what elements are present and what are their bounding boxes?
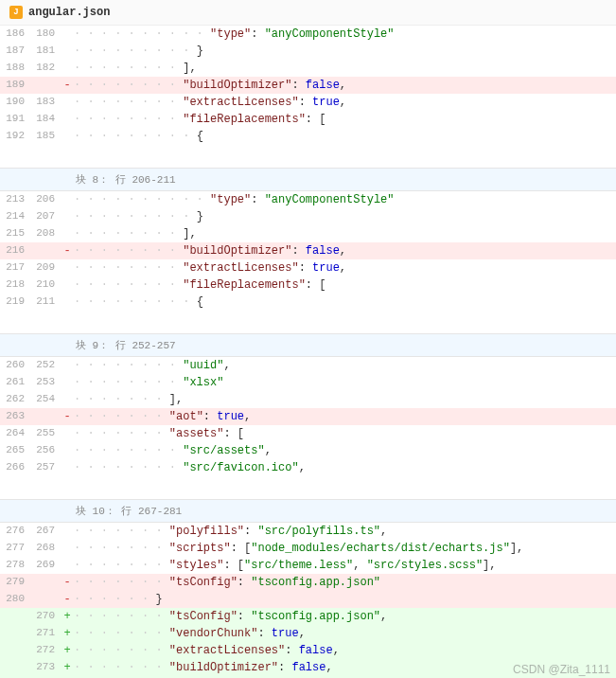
diff-sign: + [61, 659, 74, 676]
line-number-new: 181 [30, 43, 61, 60]
diff-sign [61, 259, 74, 277]
diff-line[interactable]: 261253 · · · · · · · · "xlsx" [0, 374, 616, 391]
diff-line[interactable]: 189-· · · · · · · · "buildOptimizer": fa… [0, 77, 616, 94]
diff-sign: + [61, 608, 74, 625]
diff-line[interactable]: 218210 · · · · · · · · "fileReplacements… [0, 277, 616, 294]
code-content: · · · · · · · · "uuid", [74, 357, 616, 374]
diff-line[interactable]: 279-· · · · · · · "tsConfig": "tsconfig.… [0, 574, 616, 591]
diff-line[interactable]: 215208 · · · · · · · · ], [0, 225, 616, 242]
diff-line[interactable]: 262254 · · · · · · · ], [0, 391, 616, 408]
diff-sign [61, 391, 74, 408]
line-number-old: 216 [0, 242, 30, 259]
diff-line[interactable]: 277268 · · · · · · · "scripts": ["node_m… [0, 540, 616, 557]
line-number-old: 187 [0, 43, 30, 60]
diff-line[interactable]: 190183 · · · · · · · · "extractLicenses"… [0, 94, 616, 111]
line-number-old: 265 [0, 442, 30, 459]
diff-sign [61, 26, 74, 43]
code-content: · · · · · · · · · } [74, 208, 616, 225]
diff-line[interactable]: 272+· · · · · · · "extractLicenses": fal… [0, 642, 616, 659]
line-number-new [30, 77, 61, 94]
code-content: · · · · · · · · "src/favicon.ico", [74, 459, 616, 476]
diff-sign [61, 523, 74, 540]
diff-sign [61, 442, 74, 459]
code-content: · · · · · · · · · } [74, 43, 616, 60]
code-content: · · · · · · · · "extractLicenses": true, [74, 94, 616, 111]
line-number-old: 219 [0, 294, 30, 311]
code-content: · · · · · · · "polyfills": "src/polyfill… [74, 523, 616, 540]
line-number-old [0, 608, 30, 625]
code-content: · · · · · · · · · { [74, 294, 616, 311]
code-content: · · · · · · · · "src/assets", [74, 442, 616, 459]
line-number-old: 218 [0, 277, 30, 294]
diff-sign [61, 94, 74, 111]
diff-line[interactable]: 264255 · · · · · · · "assets": [ [0, 425, 616, 442]
diff-sign: + [61, 642, 74, 659]
code-content: · · · · · · · ], [74, 391, 616, 408]
code-content: · · · · · · · "aot": true, [74, 408, 616, 425]
diff-line[interactable]: 260252 · · · · · · · · "uuid", [0, 357, 616, 374]
diff-sign: - [61, 591, 74, 608]
diff-sign [61, 191, 74, 208]
hunk-header: 块 8： 行 206-211 [0, 168, 616, 191]
line-number-old: 260 [0, 357, 30, 374]
diff-line[interactable]: 270+· · · · · · · "tsConfig": "tsconfig.… [0, 608, 616, 625]
diff-line[interactable]: 276267 · · · · · · · "polyfills": "src/p… [0, 523, 616, 540]
diff-line[interactable]: 216-· · · · · · · · "buildOptimizer": fa… [0, 242, 616, 259]
diff-sign: - [61, 242, 74, 259]
code-content: · · · · · · · "tsConfig": "tsconfig.app.… [74, 608, 616, 625]
code-content: · · · · · · · "assets": [ [74, 425, 616, 442]
line-number-new: 257 [30, 459, 61, 476]
diff-sign [61, 208, 74, 225]
line-number-old: 276 [0, 523, 30, 540]
diff-line[interactable]: 188182 · · · · · · · · ], [0, 60, 616, 77]
diff-line[interactable]: 265256 · · · · · · · · "src/assets", [0, 442, 616, 459]
diff-line[interactable]: 213206 · · · · · · · · · · "type": "anyC… [0, 191, 616, 208]
diff-line[interactable]: 191184 · · · · · · · · "fileReplacements… [0, 111, 616, 128]
diff-line[interactable]: 186180 · · · · · · · · · · "type": "anyC… [0, 26, 616, 43]
code-content: · · · · · · · · · · "type": "anyComponen… [74, 26, 616, 43]
diff-line[interactable]: 266257 · · · · · · · · "src/favicon.ico"… [0, 459, 616, 476]
diff-line[interactable]: 214207 · · · · · · · · · } [0, 208, 616, 225]
line-number-old: 278 [0, 557, 30, 574]
file-name[interactable]: angular.json [28, 6, 110, 19]
diff-line[interactable]: 217209 · · · · · · · · "extractLicenses"… [0, 259, 616, 277]
line-number-new: 268 [30, 540, 61, 557]
line-number-old: 186 [0, 26, 30, 43]
code-content: · · · · · · · "scripts": ["node_modules/… [74, 540, 616, 557]
diff-line[interactable]: 187181 · · · · · · · · · } [0, 43, 616, 60]
code-content: · · · · · · · "buildOptimizer": false, [74, 659, 616, 676]
line-number-new [30, 591, 61, 608]
diff-line[interactable]: 273+· · · · · · · "buildOptimizer": fals… [0, 659, 616, 676]
line-number-old: 266 [0, 459, 30, 476]
hunk-header: 块 10： 行 267-281 [0, 499, 616, 523]
file-header: J angular.json [0, 0, 616, 26]
line-number-new: 180 [30, 26, 61, 43]
line-number-new: 211 [30, 294, 61, 311]
diff-line[interactable]: 219211 · · · · · · · · · { [0, 294, 616, 311]
diff-line[interactable]: 271+· · · · · · · "vendorChunk": true, [0, 625, 616, 642]
diff-line[interactable]: 278269 · · · · · · · "styles": ["src/the… [0, 557, 616, 574]
diff-sign [61, 128, 74, 145]
line-number-new [30, 408, 61, 425]
line-number-old: 264 [0, 425, 30, 442]
line-number-old: 189 [0, 77, 30, 94]
code-content: · · · · · · · · "xlsx" [74, 374, 616, 391]
code-content: · · · · · · · · "buildOptimizer": false, [74, 77, 616, 94]
line-number-new: 253 [30, 374, 61, 391]
diff-line[interactable]: 263-· · · · · · · "aot": true, [0, 408, 616, 425]
code-content: · · · · · · · · · { [74, 128, 616, 145]
diff-line[interactable]: 280-· · · · · · } [0, 591, 616, 608]
line-number-old: 217 [0, 259, 30, 277]
line-number-old: 191 [0, 111, 30, 128]
line-number-old [0, 625, 30, 642]
line-number-old [0, 659, 30, 676]
line-number-new: 184 [30, 111, 61, 128]
diff-sign [61, 374, 74, 391]
line-number-old: 215 [0, 225, 30, 242]
diff-sign [61, 277, 74, 294]
line-number-new: 267 [30, 523, 61, 540]
hunk-header: 块 9： 行 252-257 [0, 333, 616, 357]
diff-line[interactable]: 192185 · · · · · · · · · { [0, 128, 616, 145]
line-number-new: 208 [30, 225, 61, 242]
line-number-new: 207 [30, 208, 61, 225]
